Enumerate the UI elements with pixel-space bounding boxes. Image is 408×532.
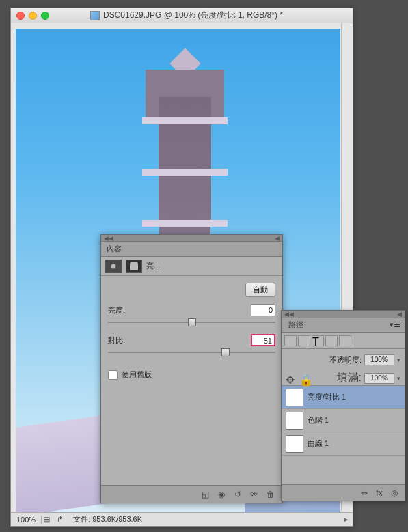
panel-footer: ◱ ◉ ↺ 👁 🗑 — [101, 485, 282, 503]
layer-item[interactable]: 亮度/對比 1 — [282, 386, 405, 409]
layers-grip[interactable]: ◀◀ ◀ — [282, 311, 405, 318]
layer-list: 亮度/對比 1 色階 1 曲線 1 — [282, 386, 405, 456]
layer-mask-icon[interactable]: ◎ — [388, 487, 400, 499]
link-layers-icon[interactable]: ⇔ — [358, 487, 370, 499]
export-icon[interactable]: ↱ — [57, 515, 68, 524]
lock-icon[interactable]: 🔒 — [299, 374, 310, 383]
layer-name: 色階 1 — [308, 415, 329, 425]
lock-row: ✥ 🔒 填滿: 100% ▾ — [282, 371, 405, 386]
layer-item[interactable]: 色階 1 — [282, 409, 405, 432]
layers-tabs: 路徑 ▾☰ — [282, 318, 405, 333]
collapse-right-icon[interactable]: ◀ — [397, 311, 402, 318]
legacy-label: 使用舊版 — [122, 369, 152, 380]
zoom-button[interactable] — [41, 12, 49, 20]
layers-footer: ⇔ fx ◎ — [282, 484, 405, 501]
adjustment-name: 亮... — [146, 261, 160, 271]
status-bar: 100% ▤ ↱ 文件: 953.6K/953.6K ▸ — [11, 512, 353, 526]
close-button[interactable] — [16, 12, 25, 20]
preset-icon[interactable] — [126, 260, 142, 273]
contrast-label: 對比: — [108, 335, 125, 346]
window-controls — [16, 12, 49, 20]
panel-menu-icon[interactable]: ▾☰ — [390, 320, 400, 329]
panel-tab-label: 內容 — [107, 244, 122, 254]
fill-dropdown-icon[interactable]: ▾ — [397, 375, 400, 382]
adjustment-type-row: 亮... — [101, 257, 282, 276]
auto-button[interactable]: 自動 — [245, 283, 275, 297]
layers-panel: ◀◀ ◀ 路徑 ▾☰ T 不透明度: 100% ▾ ✥ 🔒 填滿: 100% ▾… — [281, 310, 405, 501]
collapse-right-icon[interactable]: ◀ — [275, 235, 280, 242]
collapse-left-icon[interactable]: ◀◀ — [104, 235, 113, 242]
panel-tab[interactable]: 內容 — [101, 242, 282, 257]
filter-shape-icon[interactable] — [325, 335, 338, 346]
file-size-info: 文件: 953.6K/953.6K — [73, 514, 142, 524]
layer-fx-icon[interactable]: fx — [373, 487, 385, 499]
opacity-label: 不透明度: — [329, 355, 362, 365]
brightness-slider[interactable] — [108, 318, 275, 327]
document-icon — [90, 11, 100, 20]
panel-grip[interactable]: ◀◀ ◀ — [101, 235, 282, 242]
status-menu-arrow[interactable]: ▸ — [340, 515, 353, 524]
layer-thumbnail — [286, 412, 303, 430]
filter-adjust-icon[interactable] — [298, 335, 310, 346]
adjustments-panel: ◀◀ ◀ 內容 亮... 自動 亮度: 0 對比: 51 使 — [100, 234, 283, 503]
opacity-input[interactable]: 100% — [364, 354, 394, 365]
view-previous-icon[interactable]: 👁 — [247, 488, 262, 501]
contrast-value-input[interactable]: 51 — [251, 334, 275, 346]
filter-type-icon[interactable]: T — [312, 335, 324, 346]
clip-to-layer-icon[interactable]: ◱ — [198, 488, 213, 501]
brightness-slider-thumb[interactable] — [188, 318, 196, 326]
layer-thumbnail — [286, 389, 303, 406]
delete-icon[interactable]: 🗑 — [263, 488, 278, 501]
fill-label: 填滿: — [337, 371, 362, 385]
layers-filter-toolbar: T — [282, 333, 405, 349]
brightness-value-input[interactable]: 0 — [251, 304, 275, 316]
titlebar: DSC01629.JPG @ 100% (亮度/對比 1, RGB/8*) * — [11, 8, 353, 23]
layer-item[interactable]: 曲線 1 — [282, 432, 405, 456]
layer-name: 曲線 1 — [308, 438, 329, 449]
window-title: DSC01629.JPG @ 100% (亮度/對比 1, RGB/8*) * — [103, 10, 283, 21]
legacy-checkbox[interactable] — [108, 370, 118, 380]
filter-smart-icon[interactable] — [339, 335, 351, 346]
tab-paths[interactable]: 路徑 — [286, 318, 306, 331]
collapse-left-icon[interactable]: ◀◀ — [284, 311, 294, 318]
layer-thumbnail — [286, 435, 303, 453]
zoom-level[interactable]: 100% — [11, 516, 42, 524]
layer-name: 亮度/對比 1 — [308, 392, 346, 402]
contrast-slider-thumb[interactable] — [221, 348, 230, 356]
move-icon[interactable]: ✥ — [286, 374, 297, 383]
toggle-visibility-icon[interactable]: ◉ — [214, 488, 229, 501]
info-icon[interactable]: ▤ — [43, 515, 54, 524]
minimize-button[interactable] — [29, 12, 37, 20]
opacity-dropdown-icon[interactable]: ▾ — [397, 356, 400, 363]
reset-icon[interactable]: ↺ — [230, 488, 245, 501]
contrast-slider[interactable] — [108, 348, 275, 357]
brightness-label: 亮度: — [108, 305, 125, 316]
fill-input[interactable]: 100% — [364, 373, 394, 384]
filter-image-icon[interactable] — [284, 335, 297, 346]
brightness-contrast-icon[interactable] — [105, 260, 122, 273]
panel-body: 自動 亮度: 0 對比: 51 使用舊版 — [101, 276, 282, 387]
